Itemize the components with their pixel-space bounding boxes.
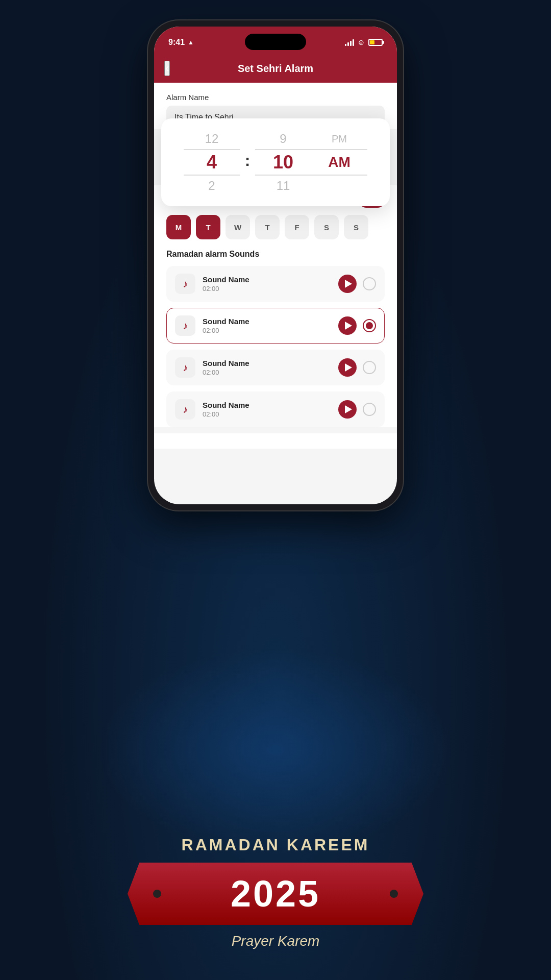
sound-info-3: Sound Name 02:00 bbox=[203, 359, 331, 376]
ampm-picker-col[interactable]: PM AM bbox=[311, 129, 367, 196]
period-above: PM bbox=[332, 129, 347, 149]
app-header: ‹ Set Sehri Alarm bbox=[154, 54, 397, 83]
time-picker-inner: 12 4 2 : 9 10 11 PM AM bbox=[177, 129, 374, 196]
music-note-icon-4: ♪ bbox=[183, 404, 188, 415]
sound-item-4[interactable]: ♪ Sound Name 02:00 bbox=[166, 391, 385, 427]
sound-duration-3: 02:00 bbox=[203, 369, 331, 376]
sound-controls-2 bbox=[338, 316, 376, 335]
phone-screen: 9:41 ▲ ⊜ ‹ bbox=[154, 27, 397, 504]
badge-dot-left bbox=[153, 890, 161, 898]
radio-dot-2 bbox=[366, 322, 373, 329]
sound-name-3: Sound Name bbox=[203, 359, 331, 368]
hour-picker-col[interactable]: 12 4 2 bbox=[184, 129, 240, 196]
minute-above: 9 bbox=[280, 129, 286, 149]
header-title: Set Sehri Alarm bbox=[238, 63, 313, 75]
minute-picker-col[interactable]: 9 10 11 bbox=[255, 129, 311, 196]
day-wednesday[interactable]: W bbox=[226, 215, 250, 239]
phone-frame: 9:41 ▲ ⊜ ‹ bbox=[148, 20, 403, 510]
sound-duration-1: 02:00 bbox=[203, 285, 331, 292]
alarm-name-label: Alarm Name bbox=[166, 93, 385, 102]
day-friday[interactable]: F bbox=[285, 215, 309, 239]
sound-item-2[interactable]: ♪ Sound Name 02:00 bbox=[166, 308, 385, 344]
radio-button-4[interactable] bbox=[363, 403, 376, 416]
below-phone-section: Ramadan Kareem 2025 Prayer Karem bbox=[97, 836, 454, 949]
play-icon-3 bbox=[345, 363, 352, 372]
sound-duration-2: 02:00 bbox=[203, 327, 331, 334]
play-icon-1 bbox=[345, 280, 352, 288]
play-icon-4 bbox=[345, 405, 352, 413]
play-button-3[interactable] bbox=[338, 358, 357, 377]
sound-controls-1 bbox=[338, 275, 376, 293]
sounds-section: Ramadan alarm Sounds ♪ Sound Name 02:00 bbox=[154, 239, 397, 427]
signal-bars-icon bbox=[345, 39, 354, 46]
status-time: 9:41 ▲ bbox=[168, 38, 194, 47]
day-saturday[interactable]: S bbox=[314, 215, 339, 239]
radio-button-3[interactable] bbox=[363, 361, 376, 374]
minute-current: 10 bbox=[255, 149, 311, 176]
phone-wrapper: 9:41 ▲ ⊜ ‹ bbox=[148, 20, 403, 510]
sounds-label: Ramadan alarm Sounds bbox=[166, 250, 385, 259]
day-sunday[interactable]: S bbox=[344, 215, 368, 239]
battery-icon bbox=[368, 39, 383, 46]
music-icon-wrap-3: ♪ bbox=[175, 357, 195, 378]
music-note-icon-3: ♪ bbox=[183, 362, 188, 374]
sound-info-4: Sound Name 02:00 bbox=[203, 401, 331, 418]
period-current: AM bbox=[311, 149, 367, 176]
dynamic-island bbox=[245, 34, 306, 50]
minute-below: 11 bbox=[277, 176, 290, 196]
sound-controls-3 bbox=[338, 358, 376, 377]
sound-controls-4 bbox=[338, 400, 376, 419]
music-note-icon-2: ♪ bbox=[183, 320, 188, 332]
year-number: 2025 bbox=[231, 873, 320, 915]
play-button-1[interactable] bbox=[338, 275, 357, 293]
time-picker-overlay[interactable]: 12 4 2 : 9 10 11 PM AM bbox=[161, 118, 390, 206]
sound-duration-4: 02:00 bbox=[203, 410, 331, 418]
sound-item-1[interactable]: ♪ Sound Name 02:00 bbox=[166, 266, 385, 302]
days-row: M T W T F S S bbox=[166, 215, 385, 239]
wifi-icon: ⊜ bbox=[358, 38, 364, 46]
radio-button-2[interactable] bbox=[363, 319, 376, 332]
sound-info-1: Sound Name 02:00 bbox=[203, 275, 331, 292]
prayer-karem-text: Prayer Karem bbox=[97, 933, 454, 949]
sound-name-1: Sound Name bbox=[203, 275, 331, 284]
play-icon-2 bbox=[345, 322, 352, 330]
hour-below: 2 bbox=[208, 176, 215, 196]
year-badge-shape: 2025 bbox=[128, 863, 423, 925]
music-icon-wrap-2: ♪ bbox=[175, 315, 195, 336]
sound-name-4: Sound Name bbox=[203, 401, 331, 409]
status-icons: ⊜ bbox=[345, 38, 383, 46]
phone-bottom-space bbox=[154, 433, 397, 449]
sound-item-3[interactable]: ♪ Sound Name 02:00 bbox=[166, 350, 385, 385]
day-monday[interactable]: M bbox=[166, 215, 191, 239]
hour-above: 12 bbox=[205, 129, 219, 149]
back-button[interactable]: ‹ bbox=[164, 61, 170, 76]
music-icon-wrap-1: ♪ bbox=[175, 274, 195, 294]
ramadan-kareem-text: Ramadan Kareem bbox=[97, 836, 454, 854]
sound-info-2: Sound Name 02:00 bbox=[203, 317, 331, 334]
play-button-4[interactable] bbox=[338, 400, 357, 419]
day-thursday[interactable]: T bbox=[255, 215, 280, 239]
music-icon-wrap-4: ♪ bbox=[175, 399, 195, 420]
day-tuesday[interactable]: T bbox=[196, 215, 220, 239]
badge-dot-right bbox=[390, 890, 398, 898]
time-separator: : bbox=[240, 151, 255, 174]
hour-current: 4 bbox=[184, 149, 240, 176]
play-button-2[interactable] bbox=[338, 316, 357, 335]
sound-name-2: Sound Name bbox=[203, 317, 331, 326]
radio-button-1[interactable] bbox=[363, 277, 376, 290]
background-glow bbox=[97, 648, 454, 852]
year-badge: 2025 bbox=[128, 863, 423, 925]
music-note-icon-1: ♪ bbox=[183, 278, 188, 290]
